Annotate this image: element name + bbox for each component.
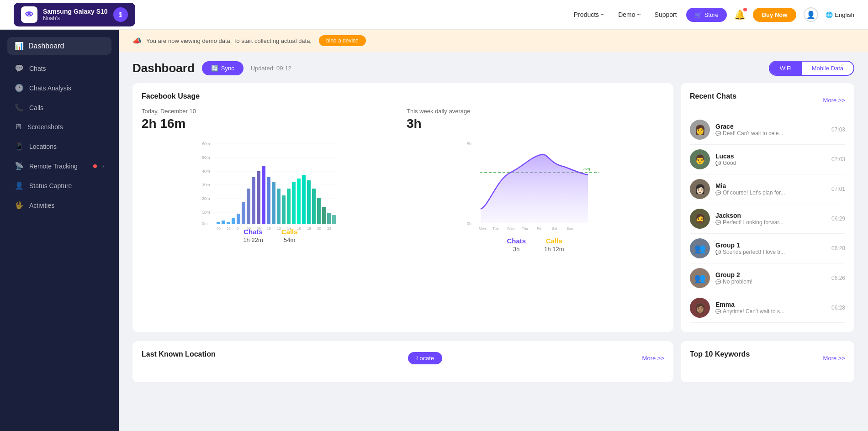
store-button[interactable]: 🛒 Store	[686, 8, 727, 22]
chat-avatar: 👨	[690, 149, 710, 169]
chat-info: Jackson 💬 Perfect! Looking forwar...	[715, 212, 826, 226]
top-nav: 👁 Samsung Galaxy S10 Noah's $ Products ~…	[0, 0, 868, 30]
svg-text:20: 20	[317, 226, 321, 230]
chats-label: Chats	[29, 65, 104, 72]
svg-text:10: 10	[267, 226, 271, 230]
today-time: 2h 16m	[142, 116, 399, 131]
chat-avatar: 👩🏽	[690, 298, 710, 318]
weekly-chats-time: 3h	[507, 246, 526, 252]
chat-time: 07:03	[831, 156, 845, 163]
nav-support[interactable]: Support	[655, 11, 677, 18]
bind-device-button[interactable]: bind a device	[319, 35, 366, 46]
svg-rect-17	[232, 218, 235, 224]
recent-chats-header: Recent Chats More >>	[690, 92, 845, 108]
svg-rect-25	[272, 182, 275, 224]
chat-avatar: 👩	[690, 120, 710, 140]
svg-text:Sun: Sun	[566, 226, 573, 230]
nav-demo[interactable]: Demo ~	[618, 11, 640, 18]
activities-icon: 🖐	[15, 201, 24, 210]
location-more[interactable]: More >>	[642, 355, 664, 362]
svg-text:08: 08	[257, 226, 261, 230]
sidebar-item-chats[interactable]: 💬 Chats	[0, 58, 119, 78]
sidebar-item-dashboard[interactable]: 📊 Dashboard	[7, 37, 111, 55]
chat-list-item[interactable]: 🧔 Jackson 💬 Perfect! Looking forwar... 0…	[690, 204, 845, 234]
user-icon[interactable]: 👤	[804, 7, 818, 22]
buy-now-button[interactable]: Buy Now	[753, 8, 797, 22]
recent-chats-more[interactable]: More >>	[823, 97, 845, 104]
weekly-section: This week daily average 3h 5h 0h avg	[407, 108, 664, 252]
svg-rect-35	[322, 207, 326, 224]
svg-text:10m: 10m	[202, 210, 210, 215]
sidebar-item-locations[interactable]: 📱 Locations	[0, 137, 119, 156]
keywords-more[interactable]: More >>	[823, 355, 845, 362]
sidebar-item-calls[interactable]: 📞 Calls	[0, 98, 119, 117]
content-area: 📣 You are now viewing demo data. To star…	[119, 30, 868, 431]
weekly-label: This week daily average	[407, 108, 664, 115]
sync-icon: 🔄	[211, 65, 218, 72]
svg-text:20m: 20m	[202, 196, 210, 201]
mobile-data-toggle[interactable]: Mobile Data	[802, 62, 853, 75]
today-date: Today, December 10	[142, 108, 399, 115]
chat-list-item[interactable]: 👥 Group 1 💬 Sounds perfect! I love tr...…	[690, 234, 845, 263]
svg-rect-22	[257, 171, 260, 224]
svg-rect-14	[217, 222, 220, 224]
chat-info: Mia 💬 Of course! Let's plan for...	[715, 182, 826, 196]
top-keywords-card: Top 10 Keywords More >>	[681, 341, 854, 382]
activities-label: Activities	[29, 202, 104, 209]
svg-text:22: 22	[327, 226, 331, 230]
svg-rect-16	[227, 222, 230, 224]
sidebar-item-chats-analysis[interactable]: 🕐 Chats Analysis	[0, 78, 119, 98]
brand-text: Samsung Galaxy S10 Noah's	[43, 8, 108, 21]
locate-button[interactable]: Locate	[408, 352, 442, 364]
facebook-usage-title: Facebook Usage	[142, 92, 664, 100]
sync-button[interactable]: 🔄 Sync	[202, 61, 243, 75]
brand-icon: 👁	[21, 6, 37, 23]
sidebar-item-screenshots[interactable]: 🖥 Screenshots	[0, 117, 119, 137]
weekly-chats-stat: Chats 3h	[507, 237, 526, 252]
chat-list-item[interactable]: 👩🏻 Mia 💬 Of course! Let's plan for... 07…	[690, 174, 845, 204]
svg-text:30m: 30m	[202, 183, 210, 187]
sidebar-item-status-capture[interactable]: 👤 Status Capture	[0, 176, 119, 195]
chat-list-item[interactable]: 👩 Grace 💬 Deal! Can't wait to cele... 07…	[690, 115, 845, 145]
last-location-card: Last Known Location Locate More >>	[132, 341, 673, 382]
svg-text:Wed: Wed	[507, 226, 514, 230]
bar-chart: 60m 50m 40m 30m 20m 10m 0m	[142, 138, 399, 221]
nav-brand[interactable]: 👁 Samsung Galaxy S10 Noah's $	[14, 3, 135, 26]
locations-icon: 📱	[15, 142, 24, 151]
weekly-time: 3h	[407, 116, 664, 131]
nav-products[interactable]: Products ~	[574, 11, 604, 18]
chats-analysis-label: Chats Analysis	[29, 84, 104, 92]
chat-preview: 💬 Perfect! Looking forwar...	[715, 219, 798, 226]
chat-list-item[interactable]: 👨 Lucas 💬 Good 07:03	[690, 145, 845, 174]
svg-rect-32	[307, 180, 311, 224]
chat-name: Group 1	[715, 242, 826, 249]
last-location-header: Last Known Location Locate More >>	[142, 350, 664, 366]
language-selector[interactable]: 🌐 English	[826, 11, 854, 18]
today-calls-stat: Calls 54m	[281, 228, 298, 243]
svg-text:Sat: Sat	[552, 226, 558, 230]
brand-avatar[interactable]: $	[113, 7, 128, 22]
sidebar-item-activities[interactable]: 🖐 Activities	[0, 195, 119, 215]
chat-avatar: 👩🏻	[690, 179, 710, 199]
data-toggle: WiFi Mobile Data	[769, 61, 854, 76]
svg-text:5h: 5h	[467, 142, 471, 146]
today-chats-time: 1h 22m	[243, 237, 263, 243]
svg-rect-15	[222, 221, 225, 224]
sidebar-item-remote-tracking[interactable]: 📡 Remote Tracking ›	[0, 156, 119, 176]
svg-rect-31	[302, 175, 306, 224]
status-capture-label: Status Capture	[29, 182, 104, 189]
chat-name: Emma	[715, 301, 826, 308]
wifi-toggle[interactable]: WiFi	[770, 62, 802, 75]
message-icon: 💬	[715, 190, 721, 195]
svg-text:Fri: Fri	[537, 226, 541, 230]
last-location-title: Last Known Location	[142, 350, 216, 358]
usage-grid: Today, December 10 2h 16m 60m 50m 40m 30…	[142, 108, 664, 252]
message-icon: 💬	[715, 161, 721, 166]
chat-list-item[interactable]: 👩🏽 Emma 💬 Anytime! Can't wait to s... 06…	[690, 293, 845, 323]
facebook-usage-card: Facebook Usage Today, December 10 2h 16m…	[132, 83, 673, 332]
chat-name: Jackson	[715, 212, 826, 219]
svg-rect-19	[242, 202, 245, 224]
bar-chart-svg: 60m 50m 40m 30m 20m 10m 0m	[142, 138, 399, 230]
notification-bell[interactable]: 🔔	[734, 9, 746, 20]
chat-list-item[interactable]: 👥 Group 2 💬 No problem! 06:26	[690, 263, 845, 293]
